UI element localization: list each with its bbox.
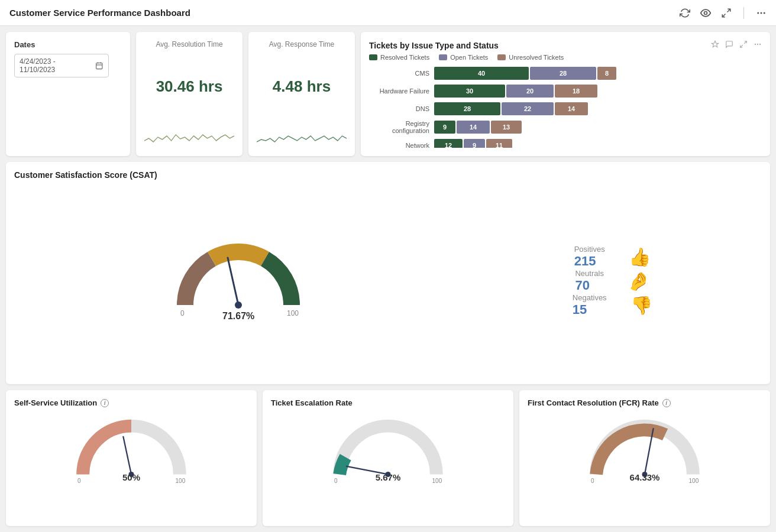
csat-gauge: 0 100 71.67%: [14, 240, 463, 322]
pin-button[interactable]: [711, 40, 719, 50]
avg-resolution-value: 30.46 hrs: [144, 77, 234, 96]
escalation-card: Ticket Escalation Rate 0 100 5.67%: [263, 390, 513, 526]
svg-point-14: [759, 44, 761, 45]
more-button[interactable]: [756, 8, 767, 18]
avg-resolution-card: Avg. Resolution Time 30.46 hrs: [136, 32, 242, 156]
self-service-title: Self-Service Utilization: [14, 398, 97, 407]
top-bar: Customer Service Performance Dashboard: [0, 0, 776, 26]
view-button[interactable]: [700, 8, 712, 18]
positives-item: Positives 215 👍: [463, 245, 762, 269]
fcr-gauge: 0 100 64.33%: [528, 412, 762, 482]
response-sparkline: [257, 124, 347, 148]
positives-label: Positives: [574, 245, 605, 254]
escalation-gauge: 0 100 5.67%: [271, 412, 505, 482]
dates-label: Dates: [14, 40, 122, 49]
svg-point-0: [704, 11, 707, 14]
svg-text:100: 100: [432, 478, 442, 483]
svg-line-20: [123, 437, 131, 475]
csat-gauge-svg: 0 100: [173, 240, 303, 317]
svg-point-5: [764, 12, 765, 14]
date-range-input[interactable]: 4/24/2023 - 11/10/2023: [14, 54, 109, 77]
csat-title: Customer Satisfaction Score (CSAT): [14, 170, 762, 180]
bar-row-registry: Registry configuration 9 14 13: [369, 120, 762, 134]
svg-text:100: 100: [176, 478, 186, 483]
date-range-value: 4/24/2023 - 11/10/2023: [20, 57, 90, 74]
escalation-percentage: 5.67%: [376, 472, 401, 482]
svg-point-17: [235, 301, 242, 309]
legend-resolved: Resolved Tickets: [369, 54, 429, 61]
neutrals-label: Neutrals: [575, 269, 603, 278]
neutral-icon: 🤌: [628, 271, 649, 291]
avg-response-value: 4.48 hrs: [257, 77, 347, 96]
bar-row-network: Network 12 9 11: [369, 139, 762, 148]
escalation-title: Ticket Escalation Rate: [271, 398, 353, 407]
thumbs-up-icon: 👍: [629, 246, 651, 267]
svg-rect-6: [96, 63, 102, 69]
svg-line-10: [744, 41, 746, 44]
self-service-card: Self-Service Utilization i 0 100: [6, 390, 257, 526]
bar-chart: CMS 40 28 8 Hardware Failure 30 20: [369, 67, 762, 148]
toolbar-icons: [680, 7, 767, 19]
dashboard-title: Customer Service Performance Dashboard: [9, 8, 190, 18]
svg-point-4: [761, 12, 762, 14]
expand-button[interactable]: [721, 8, 732, 18]
negatives-item: Negatives 15 👎: [463, 293, 762, 317]
resolution-sparkline: [144, 124, 234, 148]
svg-point-3: [757, 12, 759, 14]
svg-text:0: 0: [591, 478, 594, 483]
legend-open: Open Tickets: [439, 54, 488, 61]
chart-more-button[interactable]: [754, 40, 762, 50]
chart-legend: Resolved Tickets Open Tickets Unresolved…: [369, 54, 762, 61]
bar-row-dns: DNS 28 22 14: [369, 102, 762, 115]
csat-card: Customer Satisfaction Score (CSAT): [6, 162, 770, 384]
fcr-info-icon[interactable]: i: [662, 399, 671, 407]
positives-value: 215: [574, 254, 605, 269]
avg-response-label: Avg. Response Time: [257, 40, 347, 48]
svg-text:0: 0: [77, 478, 81, 483]
tickets-chart-card: Tickets by Issue Type and Status: [361, 32, 770, 156]
fcr-percentage: 64.33%: [630, 472, 660, 482]
neutrals-item: Neutrals 70 🤌: [463, 269, 762, 293]
svg-line-11: [741, 45, 743, 47]
self-service-gauge: 0 100 50%: [14, 412, 248, 482]
svg-point-12: [755, 44, 756, 45]
csat-percentage: 71.67%: [222, 311, 254, 322]
dates-card: Dates 4/24/2023 - 11/10/2023: [6, 32, 130, 156]
thumbs-down-icon: 👎: [630, 295, 652, 316]
negatives-value: 15: [573, 302, 607, 317]
dashboard: Customer Service Performance Dashboard: [0, 0, 776, 532]
bottom-gauges-row: Self-Service Utilization i 0 100: [6, 390, 770, 526]
neutrals-value: 70: [575, 278, 603, 293]
bar-row-cms: CMS 40 28 8: [369, 67, 762, 80]
tickets-chart-title: Tickets by Issue Type and Status: [369, 41, 499, 50]
fcr-title: First Contact Resolution (FCR) Rate: [528, 398, 659, 407]
self-service-percentage: 50%: [122, 472, 140, 482]
bar-row-hardware: Hardware Failure 30 20 18: [369, 85, 762, 98]
comment-button[interactable]: [725, 40, 733, 50]
avg-resolution-label: Avg. Resolution Time: [144, 40, 234, 48]
svg-text:0: 0: [180, 309, 185, 317]
svg-line-2: [722, 14, 725, 17]
svg-text:0: 0: [334, 478, 338, 483]
refresh-button[interactable]: [680, 8, 690, 18]
chart-expand-button[interactable]: [739, 40, 748, 50]
svg-text:100: 100: [287, 309, 299, 317]
fcr-card: First Contact Resolution (FCR) Rate i 0 …: [519, 390, 770, 526]
legend-unresolved: Unresolved Tickets: [497, 54, 564, 61]
self-service-info-icon[interactable]: i: [101, 399, 109, 407]
negatives-label: Negatives: [573, 293, 607, 302]
svg-text:100: 100: [689, 478, 699, 483]
svg-line-1: [728, 9, 730, 12]
svg-point-13: [757, 44, 758, 45]
svg-point-15: [202, 268, 275, 317]
sentiment-section: Positives 215 👍 Neutrals 70: [463, 239, 762, 323]
avg-response-card: Avg. Response Time 4.48 hrs: [248, 32, 355, 156]
